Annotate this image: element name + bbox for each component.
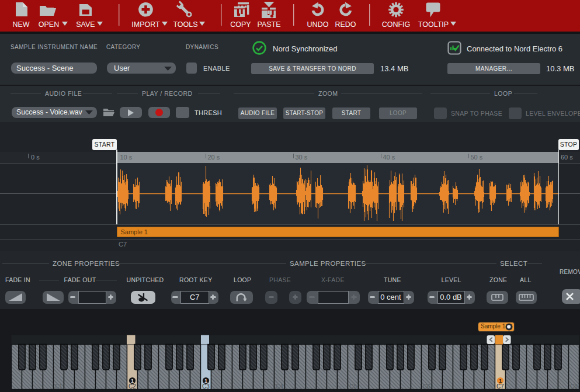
svg-text:C5: C5 [349,383,357,390]
svg-text:C7: C7 [496,383,504,390]
svg-text:C2: C2 [128,383,136,390]
svg-text:C3: C3 [202,383,210,390]
svg-text:C1: C1 [55,383,62,390]
svg-text:C4: C4 [276,383,283,390]
svg-text:C6: C6 [423,383,430,390]
svg-text:C8: C8 [570,383,578,390]
